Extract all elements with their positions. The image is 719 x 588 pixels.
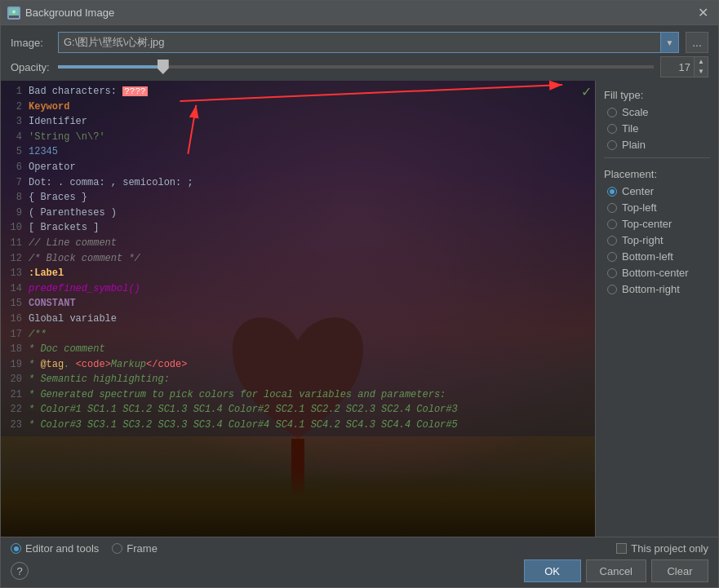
cancel-button[interactable]: Cancel (586, 559, 646, 582)
code-line-4: 4 'String \n\?' (1, 130, 595, 145)
opacity-num-wrap: ▲ ▼ (660, 56, 708, 77)
code-line-19: 19 * @tag. <code>Markup</code> (1, 357, 595, 373)
fill-scale-label: Scale (622, 106, 649, 118)
action-buttons: ? OK Cancel Clear (11, 559, 708, 582)
dialog-background-image: Background Image ✕ Image: ▼ ... Opacity: (0, 0, 719, 588)
placement-center-label: Center (622, 185, 654, 197)
code-line-2: 2 Keyword (1, 99, 595, 115)
image-browse-button[interactable]: ... (686, 32, 708, 53)
clear-button[interactable]: Clear (651, 559, 708, 582)
code-line-11: 11 // Line comment (1, 236, 595, 251)
fill-plain-label: Plain (622, 139, 646, 151)
placement-bottom-right-label: Bottom-right (622, 283, 680, 295)
image-input-wrap: ▼ (58, 32, 679, 53)
opacity-spin-buttons: ▲ ▼ (694, 57, 708, 77)
placement-bottom-left-radio[interactable] (607, 252, 617, 262)
placement-top-center[interactable]: Top-center (607, 218, 710, 230)
project-only-checkbox[interactable] (616, 543, 627, 554)
code-line-3: 3 Identifier (1, 114, 595, 130)
opacity-row: Opacity: ▲ ▼ (11, 56, 708, 77)
fill-plain-radio[interactable] (607, 140, 617, 150)
checkmark-indicator: ✓ (581, 84, 592, 99)
code-line-13: 13 :Label (1, 266, 595, 281)
image-row: Image: ▼ ... (11, 32, 708, 53)
placement-top-right-radio[interactable] (607, 236, 617, 245)
code-line-21: 21 * Generated spectrum to pick colors f… (1, 387, 595, 403)
placement-label: Placement: (604, 168, 710, 180)
top-controls: Image: ▼ ... Opacity: ▲ ▼ (1, 25, 718, 81)
opacity-spin-down[interactable]: ▼ (695, 67, 708, 77)
placement-bottom-center[interactable]: Bottom-center (607, 267, 710, 279)
placement-bottom-left[interactable]: Bottom-left (607, 250, 710, 263)
editor-tools-radio[interactable] (11, 543, 21, 554)
code-line-20: 20 * Semantic highlighting: (1, 372, 595, 387)
code-line-5: 5 12345 (1, 144, 595, 160)
ground-layer (1, 471, 595, 537)
fill-scale-radio[interactable] (607, 108, 617, 117)
placement-top-left-label: Top-left (622, 201, 657, 214)
fill-type-plain[interactable]: Plain (607, 139, 710, 151)
close-button[interactable]: ✕ (694, 4, 712, 22)
code-line-18: 18 * Doc comment (1, 342, 595, 357)
code-line-22: 22 * Color#1 SC1.1 SC1.2 SC1.3 SC1.4 Col… (1, 402, 595, 418)
window-title: Background Image (25, 7, 694, 19)
bottom-bar: Editor and tools Frame This project only… (1, 537, 718, 587)
window-icon (7, 7, 20, 20)
opacity-label: Opacity: (11, 61, 51, 73)
project-only-label: This project only (631, 542, 708, 555)
frame-option[interactable]: Frame (112, 542, 158, 555)
placement-bottom-left-label: Bottom-left (622, 250, 673, 263)
placement-group: Center Top-left Top-center Top-right (604, 185, 710, 295)
content-area: Image: ▼ ... Opacity: ▲ ▼ (1, 25, 718, 587)
fill-type-scale[interactable]: Scale (607, 106, 710, 118)
placement-top-right[interactable]: Top-right (607, 234, 710, 246)
opacity-slider[interactable] (58, 65, 654, 69)
main-area: 1 Bad characters: ???? 2 Keyword 3 Ident… (1, 81, 718, 537)
project-only-option[interactable]: This project only (616, 542, 708, 555)
code-line-7: 7 Dot: . comma: , semicolon: ; (1, 175, 595, 191)
opacity-spin-up[interactable]: ▲ (695, 57, 708, 67)
code-line-12: 12 /* Block comment */ (1, 251, 595, 267)
right-panel: Fill type: Scale Tile Plain (595, 81, 718, 537)
fill-type-group: Scale Tile Plain (604, 106, 710, 151)
code-line-10: 10 [ Brackets ] (1, 220, 595, 236)
code-line-15: 15 CONSTANT (1, 296, 595, 312)
placement-top-left[interactable]: Top-left (607, 201, 710, 214)
placement-top-left-radio[interactable] (607, 203, 617, 213)
placement-bottom-right-radio[interactable] (607, 285, 617, 294)
placement-bottom-center-radio[interactable] (607, 268, 617, 278)
image-dropdown-button[interactable]: ▼ (660, 33, 678, 52)
editor-tools-option[interactable]: Editor and tools (11, 542, 99, 555)
code-line-17: 17 /** (1, 327, 595, 343)
code-line-23: 23 * Color#3 SC3.1 SC3.2 SC3.3 SC3.4 Col… (1, 418, 595, 433)
placement-top-center-radio[interactable] (607, 219, 617, 229)
svg-point-2 (12, 10, 16, 13)
image-label: Image: (11, 37, 51, 49)
code-line-16: 16 Global variable (1, 312, 595, 327)
frame-label: Frame (126, 542, 158, 555)
placement-top-center-label: Top-center (622, 218, 672, 230)
editor-tools-label: Editor and tools (25, 542, 99, 555)
placement-bottom-center-label: Bottom-center (622, 267, 689, 279)
placement-center[interactable]: Center (607, 185, 710, 197)
code-line-8: 8 { Braces } (1, 190, 595, 206)
placement-top-right-label: Top-right (622, 234, 664, 246)
code-line-9: 9 ( Parentheses ) (1, 206, 595, 221)
code-line-14: 14 predefined_symbol() (1, 281, 595, 297)
placement-bottom-right[interactable]: Bottom-right (607, 283, 710, 295)
divider-1 (604, 157, 710, 158)
frame-radio[interactable] (112, 543, 122, 554)
fill-tile-radio[interactable] (607, 124, 617, 134)
fill-type-label: Fill type: (604, 89, 710, 101)
options-row: Editor and tools Frame This project only (11, 542, 708, 555)
opacity-number-input[interactable] (661, 61, 694, 73)
fill-type-tile[interactable]: Tile (607, 122, 710, 135)
placement-center-radio[interactable] (607, 187, 617, 197)
code-line-6: 6 Operator (1, 160, 595, 175)
svg-rect-1 (9, 15, 19, 18)
ok-button[interactable]: OK (524, 559, 581, 582)
opacity-slider-wrap (58, 59, 654, 75)
help-button[interactable]: ? (11, 562, 29, 580)
image-input[interactable] (59, 33, 660, 52)
code-lines-container: 1 Bad characters: ???? 2 Keyword 3 Ident… (1, 81, 595, 436)
